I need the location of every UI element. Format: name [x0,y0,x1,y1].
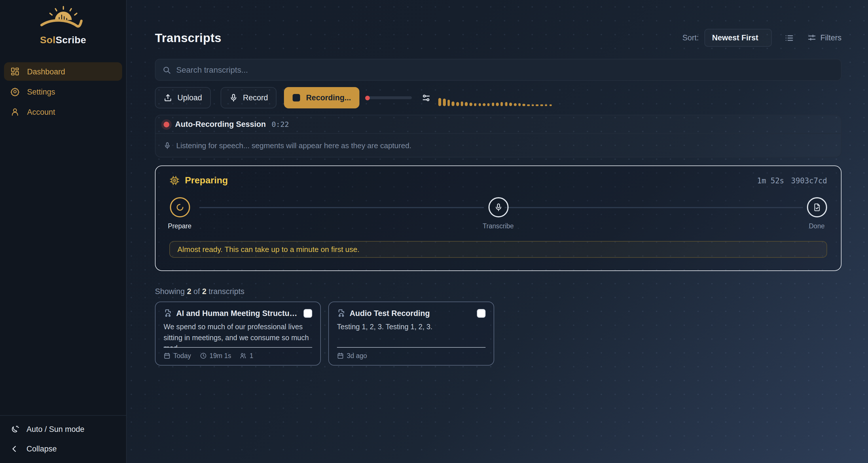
job-id: 3903c7cd [791,176,827,185]
sidebar-item-label: Settings [27,87,55,96]
waveform-bar [514,103,516,106]
session-status-text: Listening for speech... segments will ap… [176,141,411,150]
transcript-checkbox[interactable] [304,309,312,318]
step-label: Transcribe [483,223,514,230]
card-footer: Today 19m 1s 1 [163,352,312,359]
logo-text-rest: Scribe [56,35,86,46]
sort-select-value: Newest First [712,33,758,42]
waveform-bar [523,104,525,106]
step-transcribe: Transcribe [475,197,521,230]
showing-total: 2 [202,287,207,296]
transcript-excerpt: We spend so much of our professional liv… [163,322,312,347]
audio-settings-button[interactable] [422,93,431,102]
waveform-bar [456,102,459,106]
waveform-bar [461,101,463,106]
app-window: SolScribe Dashboard Settings Account Aut… [0,0,868,463]
search-icon [162,65,171,74]
collapse-label: Collapse [27,444,57,453]
dashboard-icon [10,67,20,76]
transcript-card[interactable]: AI and Human Meeting Structure Anal... W… [155,301,321,366]
solscribe-logo-icon [37,6,90,33]
logo-text: SolScribe [40,35,86,46]
results-count: Showing 2 of 2 transcripts [155,287,841,296]
collapse-sidebar-button[interactable]: Collapse [4,440,122,457]
theme-toggle-label: Auto / Sun mode [27,425,84,433]
list-icon [785,33,794,42]
processing-meta: 1m 52s 3903c7cd [757,176,827,185]
topbar-controls: Sort: Newest First Filters [682,29,841,47]
sidebar-nav: Dashboard Settings Account [0,62,126,121]
card-footer: 3d ago [337,352,486,359]
sidebar-item-account[interactable]: Account [4,103,122,121]
filters-label: Filters [820,33,842,42]
transcript-card[interactable]: Audio Test Recording Testing 1, 2, 3. Te… [328,301,494,366]
transcribe-step-circle [488,197,508,218]
waveform-bar [545,104,548,106]
sidebar-item-settings[interactable]: Settings [4,83,122,101]
waveform-bar [540,104,543,106]
step-prepare: Prepare [157,197,203,230]
processing-steps: Prepare Transcribe Done [169,197,827,231]
audio-file-icon [163,309,172,318]
step-done: Done [794,197,840,230]
duration-label: 19m 1s [209,352,231,359]
search-input[interactable] [176,65,834,75]
session-body: Listening for speech... segments will ap… [156,134,841,157]
waveform-bar [505,102,507,106]
sidebar-item-label: Dashboard [27,67,65,76]
showing-count: 2 [187,287,191,296]
waveform-bar [452,101,455,106]
chevron-left-icon [10,444,19,453]
card-header: AI and Human Meeting Structure Anal... [163,309,312,318]
processing-status-card: Preparing 1m 52s 3903c7cd Prepare [155,166,841,271]
step-label: Prepare [168,223,191,230]
sidebar-item-dashboard[interactable]: Dashboard [4,62,122,81]
session-timer: 0:22 [272,120,289,128]
session-title: Auto-Recording Session [175,120,266,128]
record-button[interactable]: Record [221,87,277,108]
topbar: Transcripts Sort: Newest First Filters [155,29,841,47]
sliders-icon [422,93,431,102]
waveform-bar [496,102,499,106]
speakers-meta: 1 [240,352,253,359]
stop-icon [293,94,300,102]
logo-text-accent: Sol [40,35,56,46]
moon-sun-icon [10,425,19,433]
sidebar: SolScribe Dashboard Settings Account Aut… [0,0,127,463]
waveform-bar [532,104,534,106]
card-header: Audio Test Recording [337,309,486,318]
waveform-bar [549,104,552,106]
waveform-bar [492,103,494,106]
waveform-bar [439,98,441,106]
transcript-checkbox[interactable] [477,309,486,318]
sort-select[interactable]: Newest First [705,29,772,47]
recording-dot-icon [163,121,169,127]
waveform-bar [536,104,538,106]
waveform [439,90,552,106]
sidebar-item-label: Account [27,108,55,116]
waveform-bar [443,98,445,106]
clock-icon [199,352,207,359]
filters-button[interactable]: Filters [808,33,842,42]
calendar-icon [163,352,170,359]
stop-recording-button[interactable]: Recording... [284,87,360,108]
main-content: Transcripts Sort: Newest First Filters U… [127,0,868,463]
upload-label: Upload [177,93,202,102]
audio-level-meter [366,96,412,99]
upload-button[interactable]: Upload [155,87,211,108]
processing-header: Preparing 1m 52s 3903c7cd [169,175,827,186]
file-check-icon [812,203,821,212]
waveform-bar [483,103,485,106]
session-header: Auto-Recording Session 0:22 [156,115,841,134]
waveform-bar [500,102,503,106]
showing-prefix: Showing [155,287,185,296]
theme-toggle-button[interactable]: Auto / Sun mode [4,420,122,438]
date-label: Today [174,352,191,359]
waveform-bar [447,99,450,106]
showing-suffix: transcripts [209,287,245,296]
date-meta: 3d ago [337,352,367,359]
recording-toolbar: Upload Record Recording... [155,87,841,108]
record-label: Record [243,93,268,102]
list-view-button[interactable] [785,33,794,42]
waveform-bar [527,104,530,106]
